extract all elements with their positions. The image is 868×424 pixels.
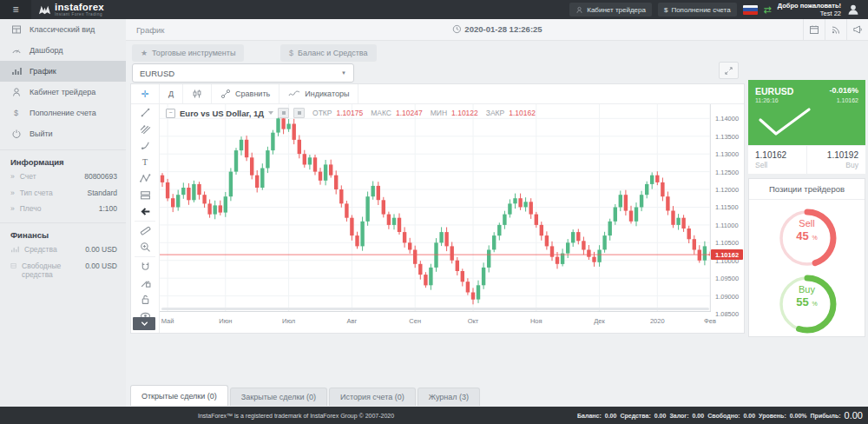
legend-settings-button[interactable] xyxy=(293,108,305,118)
crosshair-tool[interactable]: ✛ xyxy=(131,84,160,103)
legend-style-button[interactable] xyxy=(278,108,289,118)
trader-cabinet-label: Кабинет трейдера xyxy=(587,6,646,14)
rss-button[interactable] xyxy=(825,19,846,40)
sidebar-item-logout[interactable]: Выйти xyxy=(0,123,126,144)
buy-quote-button[interactable]: 1.10192 Buy xyxy=(807,146,865,174)
legend-caret-icon[interactable] xyxy=(268,111,273,115)
chart-top-toolbar: ✛ Д Сравнить Индикаторы xyxy=(131,84,744,104)
trendline-tool[interactable] xyxy=(131,104,159,121)
drawing-lock-tool[interactable] xyxy=(131,275,159,291)
indicators-button[interactable]: Индикаторы xyxy=(279,84,358,103)
language-switch-icon[interactable]: ⇄ xyxy=(764,4,772,16)
measure-tool[interactable] xyxy=(131,222,159,239)
compare-button[interactable]: Сравнить xyxy=(212,84,279,103)
symbol-select-value: EURUSD xyxy=(140,69,174,78)
y-axis-label: 1.11500 xyxy=(715,203,739,211)
quote-card[interactable]: EURUSD 11:26:16 -0.016% 1.10162 1.10162 … xyxy=(748,80,865,174)
russia-flag-icon[interactable] xyxy=(743,5,758,15)
arrow-tool[interactable] xyxy=(131,203,159,220)
stat-value: 0.00 xyxy=(693,413,705,419)
tab-closed-trades[interactable]: Закрытые сделки (0) xyxy=(230,388,327,406)
y-axis[interactable]: 1.140001.135001.130001.125001.120001.115… xyxy=(710,104,744,312)
sidebar-item-label: Выйти xyxy=(30,129,53,138)
announcements-button[interactable] xyxy=(846,19,868,40)
legend-title: Euro vs US Dollar, 1Д xyxy=(180,109,264,118)
finance-value: 0.00 USD xyxy=(85,262,117,270)
balance-funds-button[interactable]: $ Баланс и Средства xyxy=(280,44,377,62)
megaphone-icon xyxy=(852,24,863,35)
text-tool[interactable]: T xyxy=(131,154,159,170)
chart-type-button[interactable] xyxy=(183,84,212,103)
sell-quote-button[interactable]: 1.10162 Sell xyxy=(748,146,806,174)
x-axis-label: Окт xyxy=(468,317,479,325)
hamburger-menu-icon[interactable]: ≡ xyxy=(0,0,31,19)
tab-open-trades[interactable]: Открытые сделки (0) xyxy=(130,385,228,406)
main-header-bar: График 2020-01-28 12:26:25 xyxy=(126,19,868,41)
interval-button[interactable]: Д xyxy=(160,84,183,103)
expand-icon xyxy=(724,66,733,76)
quote-time: 11:26:16 xyxy=(755,97,779,103)
x-axis[interactable]: МайИюнИюлАвгСенОктНояДек2020Фев xyxy=(160,311,711,333)
calendar-icon xyxy=(809,24,819,35)
sidebar-item-chart[interactable]: График xyxy=(0,61,126,82)
xabcd-pattern-tool[interactable] xyxy=(131,170,159,187)
footer: InstaForex™ is a registered trademark of… xyxy=(0,407,868,424)
sidebar-item-deposit[interactable]: $ Пополнение счета xyxy=(0,103,126,123)
finance-row-funds: Средства 0.00 USD xyxy=(0,242,126,258)
candles-svg xyxy=(160,104,711,312)
chart-hscrollbar[interactable] xyxy=(161,308,709,310)
close-label: ЗАКР xyxy=(486,109,504,117)
collapse-toolbar-button[interactable] xyxy=(133,317,155,330)
mini-chart-icon xyxy=(10,245,19,254)
gauge-icon xyxy=(10,45,22,56)
buy-gauge-unit: % xyxy=(812,301,817,307)
trading-instruments-button[interactable]: ★ Торговые инструменты xyxy=(132,44,244,62)
table-icon xyxy=(10,24,22,35)
symbol-select[interactable]: EURUSD ▼ xyxy=(132,63,354,83)
tab-journal[interactable]: Журнал (3) xyxy=(418,388,480,406)
stat-label: Залог: xyxy=(669,413,688,419)
footer-copyright: InstaForex™ is a registered trademark of… xyxy=(198,413,394,419)
fullscreen-button[interactable] xyxy=(719,62,739,79)
brush-tool[interactable] xyxy=(131,137,159,154)
traders-positions-card: Позиции трейдеров Sell 45 % Buy 55 % xyxy=(748,178,865,337)
chart-legend: − Euro vs US Dollar, 1Д ОТКР 1.10175 МАК… xyxy=(166,108,536,118)
traders-positions-title: Позиции трейдеров xyxy=(749,179,865,200)
high-label: МАКС xyxy=(371,109,391,117)
stat-value: 0.00 xyxy=(605,413,617,419)
zoom-in-tool[interactable] xyxy=(131,239,159,255)
sidebar-item-label: Кабинет трейдера xyxy=(30,88,95,96)
x-axis-label: Дек xyxy=(594,317,605,325)
trader-cabinet-button[interactable]: Кабинет трейдера xyxy=(569,3,652,17)
y-axis-label: 1.11000 xyxy=(715,222,739,229)
legend-collapse-button[interactable]: − xyxy=(166,109,175,118)
quote-sparkline xyxy=(755,104,825,143)
brand-logo[interactable]: instaforex Instant Forex Trading xyxy=(38,3,104,17)
deposit-button[interactable]: $ Пополнение счета xyxy=(658,3,737,17)
info-label: Плечо xyxy=(20,204,42,214)
position-tool[interactable] xyxy=(131,187,159,203)
magnet-tool[interactable] xyxy=(131,258,159,275)
person-icon xyxy=(10,87,22,97)
info-row-account-type: »Тип счета Standard xyxy=(0,185,126,202)
finance-label: Свободные средства xyxy=(22,262,73,280)
chevron-right-icon: » xyxy=(10,189,15,198)
calendar-button[interactable] xyxy=(803,19,825,40)
avatar-icon[interactable] xyxy=(847,3,859,16)
sidebar-item-classic-view[interactable]: Классический вид xyxy=(0,19,126,40)
pitchfork-tool[interactable] xyxy=(131,121,159,137)
sidebar-item-trader-cabinet[interactable]: Кабинет трейдера xyxy=(0,82,126,103)
tab-account-history[interactable]: История счета (0) xyxy=(329,388,416,406)
buy-gauge-label: Buy xyxy=(773,284,842,295)
y-axis-label: 1.09000 xyxy=(715,293,739,301)
indicators-icon xyxy=(288,89,300,99)
chart-plot-area[interactable]: − Euro vs US Dollar, 1Д ОТКР 1.10175 МАК… xyxy=(160,104,711,312)
person-icon xyxy=(575,6,583,14)
sell-price: 1.10162 xyxy=(755,150,786,160)
sidebar-item-dashboard[interactable]: Дашборд xyxy=(0,40,126,61)
quote-change: -0.016% xyxy=(829,86,858,95)
lock-tool[interactable] xyxy=(131,291,159,308)
gauge-buy: Buy 55 % xyxy=(773,272,842,336)
stat-value: 0.00 xyxy=(743,413,755,419)
open-value: 1.10175 xyxy=(337,109,364,117)
